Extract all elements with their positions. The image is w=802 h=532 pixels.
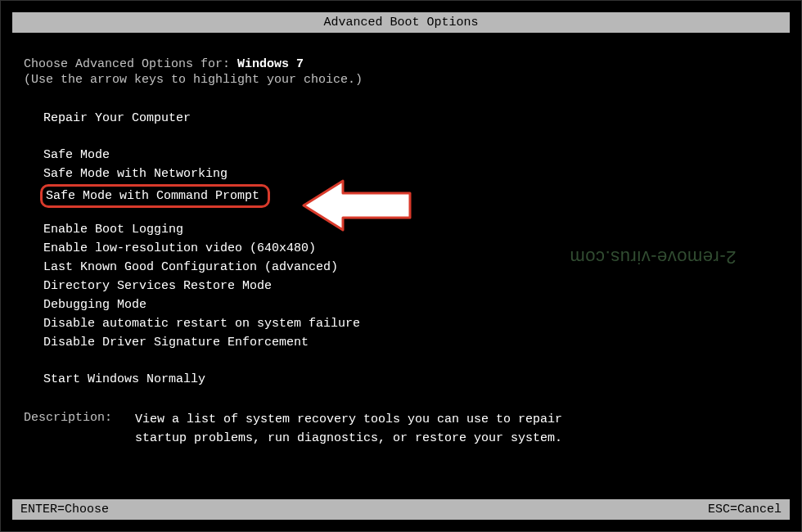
keyboard-hint: (Use the arrow keys to highlight your ch…	[24, 73, 778, 87]
description-text: View a list of system recovery tools you…	[135, 411, 593, 448]
watermark-text: 2-remove-virus.com	[570, 246, 736, 268]
menu-item-boot-logging[interactable]: Enable Boot Logging	[43, 221, 778, 238]
description-label: Description:	[24, 411, 135, 448]
title-bar: Advanced Boot Options	[12, 12, 790, 33]
menu-item-debugging[interactable]: Debugging Mode	[43, 296, 778, 313]
window-title: Advanced Boot Options	[323, 16, 478, 29]
intro-prefix: Choose Advanced Options for:	[24, 57, 237, 71]
main-content: Choose Advanced Options for: Windows 7 (…	[1, 33, 801, 448]
footer-bar: ENTER=Choose ESC=Cancel	[12, 499, 790, 520]
menu-item-safe-mode-cmd-wrapper: Safe Mode with Command Prompt	[43, 184, 778, 210]
menu-item-safe-mode-cmd[interactable]: Safe Mode with Command Prompt	[40, 184, 270, 208]
menu-item-disable-auto-restart[interactable]: Disable automatic restart on system fail…	[43, 315, 778, 332]
intro-line: Choose Advanced Options for: Windows 7	[24, 57, 778, 71]
menu-item-safe-mode-networking[interactable]: Safe Mode with Networking	[43, 165, 778, 183]
menu-item-safe-mode[interactable]: Safe Mode	[43, 147, 778, 164]
menu-item-repair-computer[interactable]: Repair Your Computer	[43, 110, 778, 127]
menu-item-disable-driver-sig[interactable]: Disable Driver Signature Enforcement	[43, 334, 778, 351]
os-name: Windows 7	[237, 57, 304, 71]
description-block: Description: View a list of system recov…	[24, 411, 778, 448]
footer-esc-hint: ESC=Cancel	[708, 503, 782, 516]
menu-item-directory-restore[interactable]: Directory Services Restore Mode	[43, 277, 778, 295]
menu-item-start-normally[interactable]: Start Windows Normally	[43, 371, 778, 388]
footer-enter-hint: ENTER=Choose	[20, 503, 109, 516]
